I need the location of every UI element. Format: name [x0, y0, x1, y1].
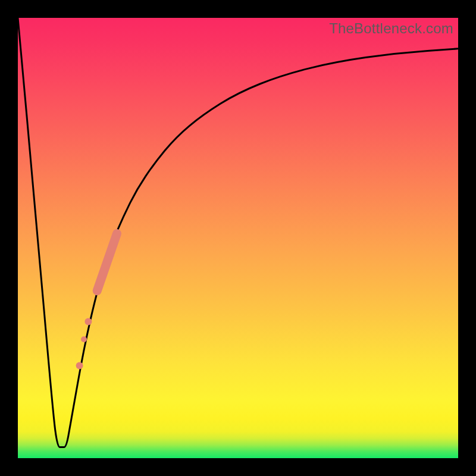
- marker-segment: [97, 234, 117, 291]
- marker-dot-b2: [81, 336, 87, 342]
- chart-frame: TheBottleneck.com: [0, 0, 476, 476]
- plot-area: TheBottleneck.com: [18, 18, 458, 458]
- watermark-text: TheBottleneck.com: [329, 20, 453, 37]
- marker-dot-b3: [76, 362, 83, 369]
- marker-dot-b1: [84, 318, 92, 325]
- curve-layer: [18, 18, 458, 458]
- bottleneck-curve: [18, 18, 458, 447]
